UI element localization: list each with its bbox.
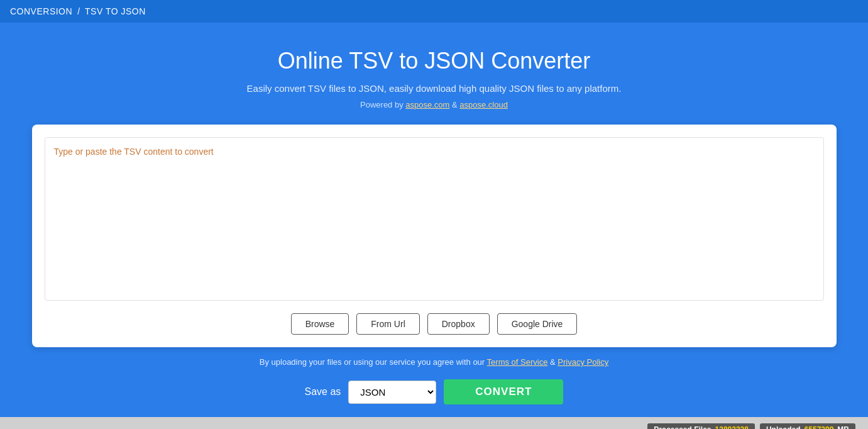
breadcrumb-conversion[interactable]: CONVERSION [10,6,72,16]
page-subtitle: Easily convert TSV files to JSON, easily… [247,83,622,94]
breadcrumb-separator: / [77,6,80,16]
privacy-policy-link[interactable]: Privacy Policy [558,357,608,367]
save-as-row: Save as JSON CSV XML CONVERT [305,379,564,404]
aspose-cloud-link[interactable]: aspose.cloud [459,100,508,109]
footer-bar: Processed Files 13803338 Uploaded 655739… [0,417,868,429]
powered-by: Powered by aspose.com & aspose.cloud [360,100,508,109]
convert-button[interactable]: CONVERT [444,379,563,404]
processed-files-badge: Processed Files 13803338 [647,423,755,429]
breadcrumb-tsv-to-json[interactable]: TSV TO JSON [85,6,146,16]
save-as-label: Save as [305,386,341,398]
browse-button[interactable]: Browse [291,313,349,335]
uploaded-label: Uploaded [766,425,801,429]
aspose-com-link[interactable]: aspose.com [405,100,449,109]
uploaded-badge: Uploaded 6557399 MB [760,423,855,429]
from-url-button[interactable]: From Url [356,313,419,335]
tsv-input[interactable] [45,137,824,301]
google-drive-button[interactable]: Google Drive [497,313,578,335]
file-source-buttons: Browse From Url Dropbox Google Drive [45,313,824,335]
format-select[interactable]: JSON CSV XML [348,381,436,404]
powered-by-amp: & [452,100,458,109]
terms-amp: & [550,357,556,367]
powered-by-prefix: Powered by [360,100,404,109]
top-bar: CONVERSION / TSV TO JSON [0,0,868,23]
terms-of-service-link[interactable]: Terms of Service [487,357,548,367]
dropbox-button[interactable]: Dropbox [427,313,490,335]
main-content: Online TSV to JSON Converter Easily conv… [0,23,868,417]
processed-files-value: 13803338 [715,425,749,429]
terms-prefix: ​By uploading your files or using our se… [260,357,487,367]
page-title: Online TSV to JSON Converter [278,48,591,74]
terms-row: ​By uploading your files or using our se… [260,357,608,367]
converter-card: Browse From Url Dropbox Google Drive [32,125,837,347]
uploaded-value: 6557399 [805,425,834,429]
uploaded-unit: MB [837,425,849,429]
processed-files-label: Processed Files [654,425,711,429]
